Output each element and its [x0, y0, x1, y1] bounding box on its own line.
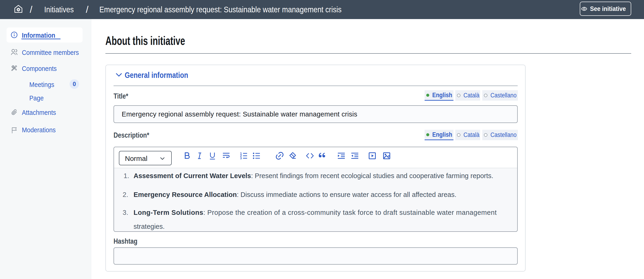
svg-text:3: 3 — [240, 156, 242, 160]
